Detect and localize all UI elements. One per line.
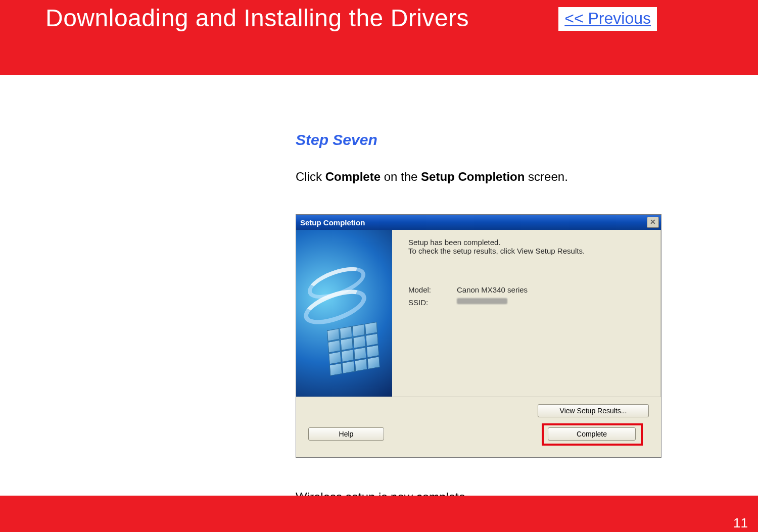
dialog-side-image [296, 230, 392, 397]
dialog-body: Setup has been completed. To check the s… [296, 230, 661, 397]
model-value: Canon MX340 series [457, 285, 528, 294]
help-button[interactable]: Help [308, 427, 384, 441]
model-label: Model: [408, 285, 457, 294]
model-row: Model: Canon MX340 series [408, 285, 651, 294]
footer-bar: 11 [0, 496, 758, 532]
page-title: Downloading and Installing the Drivers [45, 4, 469, 32]
setup-completion-dialog: Setup Completion ✕ Setup has been comple… [296, 214, 661, 458]
dialog-titlebar: Setup Completion ✕ [296, 215, 661, 230]
dialog-line1: Setup has been completed. [408, 238, 651, 247]
decorative-cubes-icon [327, 322, 380, 376]
step-heading: Step Seven [296, 131, 675, 149]
ssid-row: SSID: [408, 298, 651, 307]
close-icon[interactable]: ✕ [647, 217, 659, 228]
page-number: 11 [733, 515, 748, 531]
dialog-line2: To check the setup results, click View S… [408, 247, 651, 255]
ssid-label: SSID: [408, 298, 457, 307]
ssid-value-redacted [457, 298, 507, 304]
step-instruction: Click Complete on the Setup Completion s… [296, 170, 675, 184]
instr-bold-complete: Complete [325, 170, 381, 183]
dialog-title: Setup Completion [300, 218, 365, 227]
instr-bold-setup-completion: Setup Completion [421, 170, 525, 183]
instr-text: Click [296, 170, 325, 183]
dialog-text-area: Setup has been completed. To check the s… [392, 230, 661, 397]
dialog-button-bar: View Setup Results... Help Complete [296, 397, 661, 457]
previous-link[interactable]: << Previous [558, 7, 657, 31]
header-bar: Downloading and Installing the Drivers <… [0, 0, 758, 75]
instr-text: screen. [525, 170, 567, 183]
content-area: Step Seven Click Complete on the Setup C… [296, 131, 675, 504]
view-setup-results-button[interactable]: View Setup Results... [538, 404, 649, 417]
complete-button[interactable]: Complete [548, 427, 636, 441]
instr-text: on the [381, 170, 421, 183]
